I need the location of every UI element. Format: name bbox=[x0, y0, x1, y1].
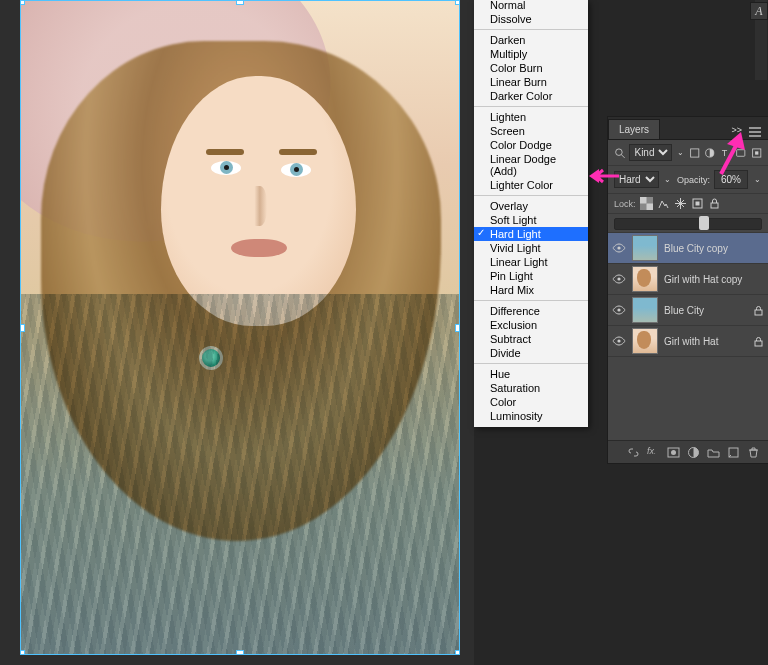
layer-row[interactable]: Girl with Hat copy bbox=[608, 264, 768, 295]
layer-name[interactable]: Girl with Hat bbox=[664, 336, 747, 347]
panel-collapse-icon[interactable]: >> bbox=[731, 125, 742, 139]
group-icon[interactable] bbox=[707, 446, 720, 459]
blend-mode-option[interactable]: Saturation bbox=[474, 381, 588, 395]
blend-mode-option[interactable]: Lighter Color bbox=[474, 178, 588, 192]
character-panel-icon[interactable]: A bbox=[750, 2, 768, 20]
visibility-eye-icon[interactable] bbox=[612, 272, 626, 286]
transform-handle-bottom-right[interactable] bbox=[455, 650, 460, 655]
fx-icon[interactable]: fx. bbox=[647, 446, 660, 459]
image-city-overlay bbox=[21, 294, 459, 654]
svg-rect-4 bbox=[737, 149, 745, 156]
svg-rect-11 bbox=[695, 202, 699, 206]
layer-name[interactable]: Blue City copy bbox=[664, 243, 764, 254]
blend-mode-option[interactable]: Difference bbox=[474, 304, 588, 318]
visibility-eye-icon[interactable] bbox=[612, 334, 626, 348]
blend-mode-option[interactable]: Color Dodge bbox=[474, 138, 588, 152]
fill-slider-knob[interactable] bbox=[699, 216, 709, 230]
link-icon[interactable] bbox=[627, 446, 640, 459]
layer-thumbnail[interactable] bbox=[632, 266, 658, 292]
layer-name[interactable]: Blue City bbox=[664, 305, 747, 316]
trash-icon[interactable] bbox=[747, 446, 760, 459]
layer-thumbnail[interactable] bbox=[632, 328, 658, 354]
svg-rect-12 bbox=[711, 203, 718, 208]
layer-filter-row: Kind ⌄ T bbox=[608, 140, 768, 166]
visibility-eye-icon[interactable] bbox=[612, 303, 626, 317]
blend-mode-option[interactable]: Subtract bbox=[474, 332, 588, 346]
blend-mode-option[interactable]: Divide bbox=[474, 346, 588, 360]
blend-mode-option[interactable]: Screen bbox=[474, 124, 588, 138]
filter-adjustment-icon[interactable] bbox=[704, 146, 715, 160]
tab-layers[interactable]: Layers bbox=[608, 119, 660, 139]
svg-rect-8 bbox=[640, 197, 647, 204]
layer-thumbnail[interactable] bbox=[632, 297, 658, 323]
blend-mode-option[interactable]: Hue bbox=[474, 367, 588, 381]
blend-mode-option[interactable]: Luminosity bbox=[474, 409, 588, 423]
layer-row[interactable]: Girl with Hat bbox=[608, 326, 768, 357]
svg-rect-9 bbox=[646, 204, 653, 211]
lock-position-icon[interactable] bbox=[674, 197, 687, 210]
filter-kind-select[interactable]: Kind bbox=[629, 144, 672, 161]
transform-handle-mid-right[interactable] bbox=[455, 324, 460, 332]
fill-slider[interactable] bbox=[614, 218, 762, 230]
svg-rect-16 bbox=[755, 310, 762, 315]
blend-mode-option[interactable]: Pin Light bbox=[474, 269, 588, 283]
layer-mode-row: Hard Light ⌄ Opacity: ⌄ bbox=[608, 166, 768, 194]
filter-pixel-icon[interactable] bbox=[689, 146, 700, 160]
blend-mode-option[interactable]: Color Burn bbox=[474, 61, 588, 75]
lock-icon bbox=[753, 305, 764, 316]
svg-point-17 bbox=[617, 339, 620, 342]
layer-list: Blue City copyGirl with Hat copyBlue Cit… bbox=[608, 233, 768, 440]
blend-mode-option[interactable]: Multiply bbox=[474, 47, 588, 61]
blend-mode-option[interactable]: Hard Light bbox=[474, 227, 588, 241]
opacity-input[interactable] bbox=[714, 170, 748, 189]
blend-mode-option[interactable]: Soft Light bbox=[474, 213, 588, 227]
blend-mode-option[interactable]: Linear Dodge (Add) bbox=[474, 152, 588, 178]
svg-point-14 bbox=[617, 277, 620, 280]
svg-point-13 bbox=[617, 246, 620, 249]
layer-row[interactable]: Blue City bbox=[608, 295, 768, 326]
transform-handle-top-right[interactable] bbox=[455, 0, 460, 5]
blend-mode-option[interactable]: Color bbox=[474, 395, 588, 409]
blend-mode-option[interactable]: Vivid Light bbox=[474, 241, 588, 255]
layer-row[interactable]: Blue City copy bbox=[608, 233, 768, 264]
transform-handle-mid-left[interactable] bbox=[20, 324, 25, 332]
filter-type-icon[interactable]: T bbox=[720, 146, 731, 160]
blend-mode-select[interactable]: Hard Light bbox=[614, 171, 659, 188]
lock-image-icon[interactable] bbox=[657, 197, 670, 210]
lock-artboard-icon[interactable] bbox=[691, 197, 704, 210]
mask-icon[interactable] bbox=[667, 446, 680, 459]
blend-mode-option[interactable]: Linear Light bbox=[474, 255, 588, 269]
visibility-eye-icon[interactable] bbox=[612, 241, 626, 255]
blend-mode-option[interactable]: Dissolve bbox=[474, 12, 588, 26]
blend-mode-option[interactable]: Lighten bbox=[474, 110, 588, 124]
image-lips bbox=[231, 239, 287, 257]
opacity-label: Opacity: bbox=[677, 175, 710, 185]
blend-mode-option[interactable]: Normal bbox=[474, 0, 588, 12]
layer-thumbnail[interactable] bbox=[632, 235, 658, 261]
blend-mode-option[interactable]: Darker Color bbox=[474, 89, 588, 103]
blend-mode-option[interactable]: Exclusion bbox=[474, 318, 588, 332]
filter-shape-icon[interactable] bbox=[735, 146, 746, 160]
filter-smart-icon[interactable] bbox=[751, 146, 762, 160]
new-layer-icon[interactable] bbox=[727, 446, 740, 459]
layer-name[interactable]: Girl with Hat copy bbox=[664, 274, 764, 285]
transform-handle-top-left[interactable] bbox=[20, 0, 25, 5]
svg-rect-1 bbox=[690, 148, 698, 156]
canvas-area bbox=[0, 0, 474, 665]
layers-panel-footer: fx. bbox=[608, 440, 768, 463]
lock-transparency-icon[interactable] bbox=[640, 197, 653, 210]
transform-handle-bottom-mid[interactable] bbox=[236, 650, 244, 655]
lock-all-icon[interactable] bbox=[708, 197, 721, 210]
blend-mode-option[interactable]: Linear Burn bbox=[474, 75, 588, 89]
blend-mode-option[interactable]: Overlay bbox=[474, 199, 588, 213]
blend-mode-option[interactable]: Hard Mix bbox=[474, 283, 588, 297]
blend-mode-menu[interactable]: NormalDissolveDarkenMultiplyColor BurnLi… bbox=[474, 0, 588, 427]
transform-handle-bottom-left[interactable] bbox=[20, 650, 25, 655]
panel-menu-icon[interactable] bbox=[748, 125, 762, 139]
image-eyebrow bbox=[279, 149, 317, 155]
blend-mode-option[interactable]: Darken bbox=[474, 33, 588, 47]
canvas-document[interactable] bbox=[20, 0, 460, 655]
adjustment-icon[interactable] bbox=[687, 446, 700, 459]
svg-point-0 bbox=[616, 148, 623, 155]
transform-handle-top-mid[interactable] bbox=[236, 0, 244, 5]
